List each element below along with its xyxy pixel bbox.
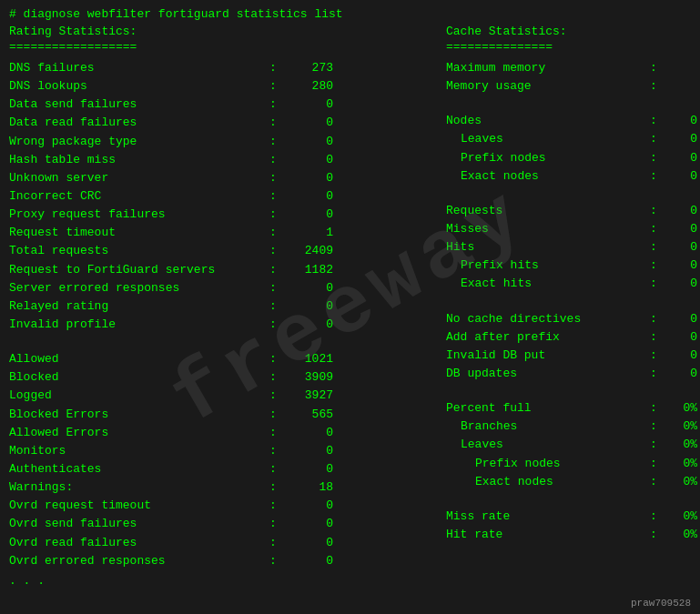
- stat-colon-r: :: [646, 275, 661, 293]
- stat-label: Allowed: [9, 350, 264, 368]
- stat-value-r: 0: [661, 257, 697, 275]
- table-row: Nodes:0: [446, 112, 697, 130]
- stat-colon: :: [264, 515, 282, 533]
- table-row: Unknown server:0: [9, 169, 428, 187]
- stat-colon-r: :: [646, 455, 661, 473]
- stat-colon: :: [264, 497, 282, 515]
- stat-label-r: Hits: [446, 238, 646, 257]
- stat-colon-r: :: [646, 202, 661, 220]
- stat-label-r: Prefix nodes: [446, 455, 646, 473]
- stat-value: 0: [282, 151, 337, 169]
- table-row: Authenticates:0: [9, 460, 428, 478]
- table-row: Miss rate:0%: [446, 508, 697, 526]
- stat-value: 0: [282, 133, 337, 151]
- empty-line-left-15: [9, 334, 428, 350]
- empty-line-right-24: [446, 491, 697, 508]
- stat-label-r: Invalid DB put: [446, 347, 646, 365]
- stat-value-r: 0: [661, 310, 697, 328]
- stat-colon-r: :: [646, 220, 661, 238]
- stat-colon-r: :: [646, 508, 661, 526]
- stat-colon: :: [264, 534, 282, 552]
- stat-colon-r: :: [646, 365, 661, 383]
- stat-value-r: 0: [661, 112, 697, 130]
- stat-value-r: 0%: [661, 455, 697, 473]
- stat-value: 3909: [282, 368, 337, 387]
- stat-label: Ovrd errored responses: [9, 552, 264, 570]
- stat-label: Total requests: [9, 242, 264, 260]
- stat-value: 1182: [282, 261, 337, 279]
- stat-colon: :: [264, 261, 282, 279]
- stat-label: Data read failures: [9, 114, 264, 132]
- ellipsis: . . .: [9, 574, 428, 588]
- table-row: Warnings::18: [9, 478, 428, 497]
- stat-value-r: 0%: [661, 399, 697, 418]
- stat-value-r: 0%: [661, 473, 697, 491]
- stat-label: Request to FortiGuard servers: [9, 261, 264, 279]
- table-row: Request timeout:1: [9, 224, 428, 242]
- table-row: Request to FortiGuard servers:1182: [9, 261, 428, 279]
- stat-colon-r: :: [646, 112, 661, 130]
- stat-label: Relayed rating: [9, 297, 264, 316]
- stat-colon: :: [264, 442, 282, 460]
- stat-label-r: Add after prefix: [446, 328, 646, 347]
- left-section-title: Rating Statistics:: [9, 25, 428, 38]
- table-row: Leaves:0%: [446, 436, 697, 454]
- table-row: Logged:3927: [9, 387, 428, 405]
- stat-value: 0: [282, 96, 337, 114]
- stat-colon-r: :: [646, 473, 661, 491]
- stat-value: 565: [282, 406, 337, 424]
- stat-colon: :: [264, 460, 282, 478]
- stat-label: Wrong package type: [9, 133, 264, 151]
- left-column: Rating Statistics: ================== DN…: [9, 25, 428, 588]
- table-row: Monitors:0: [9, 442, 428, 460]
- stat-label: Logged: [9, 387, 264, 405]
- terminal: freeway # diagnose webfilter fortiguard …: [0, 0, 700, 614]
- stat-value-r: 0%: [661, 526, 697, 544]
- stat-value-r: 0: [661, 220, 697, 238]
- table-row: Prefix nodes:0%: [446, 455, 697, 473]
- stat-colon: :: [264, 387, 282, 405]
- table-row: Ovrd request timeout:0: [9, 497, 428, 515]
- stat-label-r: Miss rate: [446, 508, 646, 526]
- stat-label-r: Branches: [446, 418, 646, 436]
- stat-label-r: Memory usage: [446, 77, 646, 96]
- stat-colon-r: :: [646, 399, 661, 418]
- empty-line-right-7: [446, 186, 697, 202]
- stat-value: 273: [282, 59, 337, 77]
- stat-colon: :: [264, 224, 282, 242]
- stat-label-r: Maximum memory: [446, 59, 646, 77]
- stat-label-r: Exact nodes: [446, 473, 646, 491]
- stat-label: Warnings:: [9, 478, 264, 497]
- stat-colon: :: [264, 59, 282, 77]
- table-row: Exact nodes:0%: [446, 473, 697, 491]
- stat-label: Proxy request failures: [9, 206, 264, 224]
- empty-line-right-18: [446, 383, 697, 399]
- stat-value: 1021: [282, 350, 337, 368]
- right-section-title: Cache Statistics:: [446, 25, 697, 38]
- stat-label: Ovrd request timeout: [9, 497, 264, 515]
- table-row: Total requests:2409: [9, 242, 428, 260]
- stat-label-r: Prefix nodes: [446, 149, 646, 167]
- stat-label-r: Hit rate: [446, 526, 646, 544]
- table-row: DNS failures:273: [9, 59, 428, 77]
- stat-value: 0: [282, 515, 337, 533]
- stat-value: 3927: [282, 387, 337, 405]
- stat-colon-r: :: [646, 257, 661, 275]
- table-row: Percent full:0%: [446, 399, 697, 418]
- stat-colon: :: [264, 133, 282, 151]
- stat-colon-r: :: [646, 347, 661, 365]
- stat-colon: :: [264, 187, 282, 206]
- stat-label: Data send failures: [9, 96, 264, 114]
- stat-label: Unknown server: [9, 169, 264, 187]
- stat-value-r: 0%: [661, 508, 697, 526]
- empty-line-right-13: [446, 294, 697, 310]
- stat-label-r: Percent full: [446, 399, 646, 418]
- stat-label: Ovrd read failures: [9, 534, 264, 552]
- stat-colon: :: [264, 478, 282, 497]
- table-row: Data send failures:0: [9, 96, 428, 114]
- table-row: Invalid profile:0: [9, 316, 428, 334]
- table-row: Allowed Errors:0: [9, 424, 428, 442]
- table-row: Invalid DB put:0: [446, 347, 697, 365]
- table-row: Allowed:1021: [9, 350, 428, 368]
- stat-colon-r: :: [646, 59, 661, 77]
